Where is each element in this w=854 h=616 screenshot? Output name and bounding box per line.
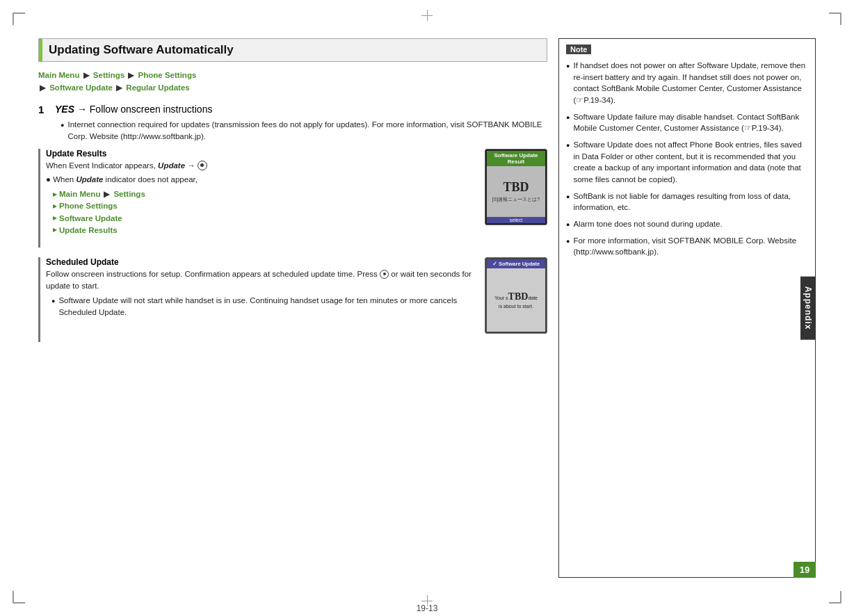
- circle-icon: [198, 161, 207, 170]
- page-tab-number: 19: [800, 565, 809, 575]
- list-item: Software Update will not start while han…: [51, 295, 478, 318]
- breadcrumb-item-3: Phone Settings: [138, 71, 197, 79]
- corner-mark-tl: [13, 13, 25, 25]
- page-title: Updating Software Automatically: [49, 43, 540, 57]
- phone-screen2-text: Your sTBDdateis about to start.: [494, 291, 538, 309]
- update-results-body2: ● When Update indicator does not appear,…: [46, 174, 478, 236]
- scheduled-update-section: Scheduled Update Follow onscreen instruc…: [38, 257, 547, 342]
- breadcrumb-item-4: Software Update: [49, 83, 113, 92]
- left-column: Updating Software Automatically Main Men…: [38, 38, 547, 578]
- breadcrumb-item-1: Main Menu: [38, 71, 79, 79]
- phone-screen-header-1: Software Update Result: [487, 151, 545, 166]
- update-results-section: Update Results When Event Indicator appe…: [38, 149, 547, 248]
- note-item-3: Software Update does not affect Phone Bo…: [566, 139, 808, 186]
- list-item: Internet connection required for updates…: [61, 119, 547, 142]
- update-results-heading: Update Results: [46, 149, 478, 159]
- page-content: Updating Software Automatically Main Men…: [38, 38, 816, 578]
- scheduled-update-block: Scheduled Update Follow onscreen instruc…: [46, 257, 547, 334]
- update-results-text: Update Results When Event Indicator appe…: [46, 149, 478, 239]
- subnav-item-2: Phone Settings: [53, 200, 478, 212]
- step-content: YES → Follow onscreen instructions Inter…: [55, 103, 547, 145]
- breadcrumb: Main Menu ▶ Settings ▶ Phone Settings ▶ …: [38, 69, 547, 95]
- phone-screen-body-1: TBD [S]速報ニュースとは?: [487, 166, 545, 217]
- breadcrumb-item-5: Regular Updates: [126, 83, 189, 92]
- note-item-6: For more information, visit SOFTBANK MOB…: [566, 235, 808, 258]
- step-number: 1: [38, 103, 49, 117]
- note-header: Note: [566, 44, 591, 54]
- phone-select-bar-1: select: [487, 217, 545, 223]
- note-item-1: If handset does not power on after Softw…: [566, 60, 808, 106]
- appendix-label: Appendix: [803, 286, 813, 330]
- scheduled-update-bullets: Software Update will not start while han…: [46, 295, 478, 318]
- note-box: Note If handset does not power on after …: [558, 38, 816, 578]
- breadcrumb-item-2: Settings: [93, 71, 124, 79]
- phone-text-1: [S]速報ニュースとは?: [492, 196, 540, 203]
- corner-mark-br: [829, 591, 841, 603]
- phone-tbd-1: TBD: [503, 180, 529, 195]
- phone-screen-header-2: ✓ Software Update: [487, 259, 545, 268]
- step-bullets: Internet connection required for updates…: [55, 119, 547, 142]
- appendix-tab: Appendix: [800, 277, 816, 340]
- circle-icon-2: [380, 270, 389, 279]
- subnav-item-1: Main Menu ▶ Settings: [53, 188, 478, 200]
- step-instruction: YES → Follow onscreen instructions: [55, 103, 547, 117]
- phone-screen-2: ✓ Software Update Your sTBDdateis about …: [487, 259, 545, 332]
- subnav-list: Main Menu ▶ Settings Phone Settings Soft…: [53, 188, 478, 236]
- phone-screen-1: Software Update Result TBD [S]速報ニュースとは? …: [487, 151, 545, 223]
- note-item-4: SoftBank is not liable for damages resul…: [566, 191, 808, 213]
- phone-screenshot-1: Software Update Result TBD [S]速報ニュースとは? …: [485, 149, 547, 225]
- title-box: Updating Software Automatically: [38, 38, 547, 62]
- crosshair-top: [421, 10, 433, 21]
- scheduled-update-heading: Scheduled Update: [46, 257, 478, 267]
- corner-mark-bl: [13, 591, 25, 603]
- phone-screen2-body: Your sTBDdateis about to start.: [487, 268, 545, 332]
- update-results-body: When Event Indicator appears, Update →: [46, 160, 478, 172]
- scheduled-update-text: Scheduled Update Follow onscreen instruc…: [46, 257, 478, 334]
- phone-screenshot-2: ✓ Software Update Your sTBDdateis about …: [485, 257, 547, 334]
- note-item-2: Software Update failure may disable hand…: [566, 111, 808, 134]
- note-list: If handset does not power on after Softw…: [566, 60, 808, 258]
- update-results-block: Update Results When Event Indicator appe…: [46, 149, 547, 239]
- scheduled-update-body: Follow onscreen instructions for setup. …: [46, 268, 478, 291]
- subnav-item-3: Software Update: [53, 213, 478, 225]
- subnav-item-4: Update Results: [53, 225, 478, 236]
- corner-mark-tr: [829, 13, 841, 25]
- right-column: Note If handset does not power on after …: [558, 38, 816, 578]
- page-number: 19-13: [417, 603, 438, 613]
- note-item-5: Alarm tone does not sound during update.: [566, 218, 808, 230]
- page-number-box: 19: [793, 562, 816, 578]
- step-1-row: 1 YES → Follow onscreen instructions Int…: [38, 103, 547, 145]
